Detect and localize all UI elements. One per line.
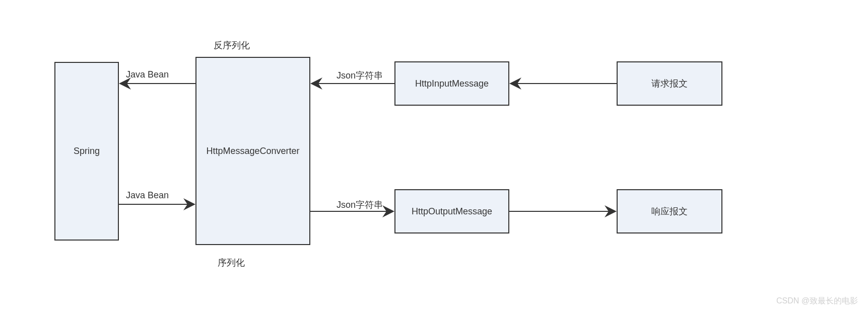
box-input: HttpInputMessage (394, 61, 509, 106)
box-input-label: HttpInputMessage (415, 78, 489, 89)
label-json-top: Json字符串 (337, 69, 383, 82)
box-output-label: HttpOutputMessage (412, 206, 492, 217)
box-request-label: 请求报文 (651, 77, 688, 90)
watermark: CSDN @致最长的电影 (776, 296, 858, 306)
label-top-header: 反序列化 (214, 39, 250, 51)
box-response-label: 响应报文 (651, 205, 688, 217)
label-json-bottom: Json字符串 (337, 199, 383, 211)
box-converter-label: HttpMessageConverter (206, 146, 299, 156)
box-spring-label: Spring (74, 146, 100, 156)
box-request: 请求报文 (617, 61, 722, 106)
diagram-arrows (0, 0, 868, 314)
box-converter: HttpMessageConverter (195, 57, 310, 245)
label-bottom-header: 序列化 (218, 257, 245, 269)
label-javabean-top: Java Bean (126, 69, 169, 80)
label-javabean-bottom: Java Bean (126, 190, 169, 201)
box-response: 响应报文 (617, 189, 722, 233)
box-output: HttpOutputMessage (394, 189, 509, 233)
box-spring: Spring (54, 62, 119, 241)
